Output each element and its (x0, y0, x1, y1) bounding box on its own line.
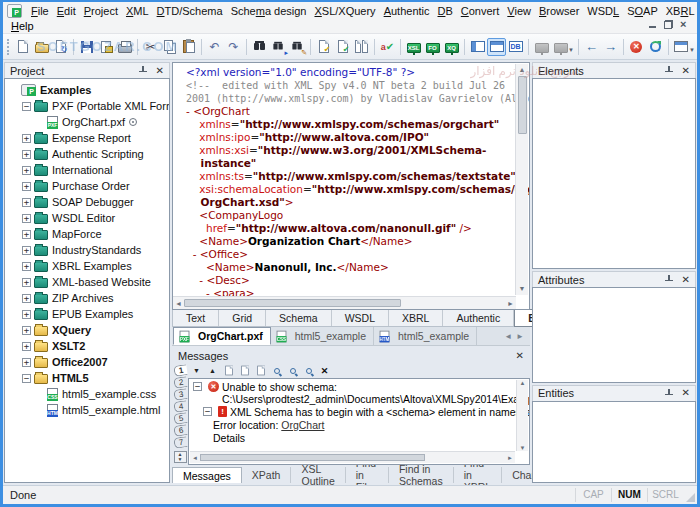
document-tab-html5-example[interactable]: html5_example (374, 327, 477, 345)
open-icon[interactable] (32, 38, 51, 56)
pin-icon[interactable] (665, 275, 674, 284)
tree-item-industrystandards[interactable]: +IndustryStandards (7, 242, 167, 258)
close-icon[interactable]: ✕ (680, 388, 692, 398)
app-icon[interactable] (7, 4, 22, 18)
redo-icon[interactable]: ↷ (224, 38, 243, 56)
split-view-icon[interactable] (468, 38, 487, 56)
close-icon[interactable]: × (680, 20, 689, 29)
view-tab-wsdl[interactable]: WSDL (332, 310, 389, 326)
expand-icon[interactable]: + (22, 262, 31, 271)
output-tab-find-in-files[interactable]: Find in Files (346, 467, 389, 483)
tree-item-office2007[interactable]: +Office2007 (7, 354, 167, 370)
validate-external-icon[interactable] (352, 38, 371, 56)
project-tree[interactable]: Examples−PXF (Portable XML Forms)OrgChar… (4, 78, 170, 483)
scroll-up-icon[interactable]: ▲ (519, 64, 526, 76)
undo-icon[interactable]: ↶ (205, 38, 224, 56)
close-icon[interactable]: ✕ (154, 66, 166, 76)
collapse-icon[interactable]: − (193, 382, 202, 391)
menu-item-schema-design[interactable]: Schema design (227, 4, 311, 18)
error-location-link[interactable]: OrgChart (281, 419, 324, 431)
refresh-icon[interactable] (646, 38, 665, 56)
xsl-fo-transform-icon[interactable] (423, 38, 442, 56)
expand-icon[interactable]: + (22, 358, 31, 367)
messages-tab-6[interactable]: 6 (173, 424, 187, 437)
tree-item-international[interactable]: +International (7, 162, 167, 178)
menu-item-authentic[interactable]: Authentic (380, 4, 434, 18)
stop-icon[interactable] (627, 38, 646, 56)
expand-icon[interactable]: + (22, 214, 31, 223)
menu-item-xsl-xquery[interactable]: XSL/XQuery (310, 4, 379, 18)
restore-icon[interactable] (664, 20, 673, 29)
scroll-left-icon[interactable]: ◄ (175, 300, 182, 307)
fold-toggle[interactable]: - (186, 248, 200, 260)
clear-icon[interactable]: ✕ (318, 365, 331, 377)
menu-item-view[interactable]: View (503, 4, 535, 18)
find-next-icon[interactable]: ▸ (269, 38, 288, 56)
expand-icon[interactable]: + (22, 230, 31, 239)
messages-tree[interactable]: −✕Unable to show schema:C:\Users\prodtes… (188, 378, 530, 465)
menu-item-edit[interactable]: Edit (53, 4, 80, 18)
tree-item-pxf-portable-xml-forms-[interactable]: −PXF (Portable XML Forms) (7, 98, 167, 114)
attributes-panel-titlebar[interactable]: Attributes ✕ (532, 271, 696, 287)
output-tab-xsl-outline[interactable]: XSL Outline (291, 467, 345, 483)
tree-item-orgchart-pxf[interactable]: OrgChart.pxf (7, 114, 167, 130)
output-tab-messages[interactable]: Messages (172, 467, 242, 483)
next-message-icon[interactable]: ▼ (190, 365, 203, 377)
paste-icon[interactable] (179, 38, 198, 56)
elements-panel-titlebar[interactable]: Elements ✕ (532, 62, 696, 78)
message-row[interactable]: −!XML Schema has to begin with a <schema… (203, 406, 515, 418)
forward-icon[interactable]: → (601, 38, 620, 56)
menu-item-convert[interactable]: Convert (457, 4, 504, 18)
tree-item-html5[interactable]: −HTML5 (7, 370, 167, 386)
tree-item-xml-based-website[interactable]: +XML-based Website (7, 274, 167, 290)
scroll-down-icon[interactable]: ▼ (520, 445, 526, 451)
menu-item-db[interactable]: DB (434, 4, 457, 18)
scroll-left-icon[interactable]: ◄ (192, 455, 198, 461)
save-icon[interactable] (77, 38, 96, 56)
scroll-up-icon[interactable]: ▲ (520, 380, 526, 386)
project-panel-titlebar[interactable]: Project ✕ (4, 62, 170, 78)
resize-grip[interactable] (683, 486, 697, 504)
filter-info-icon[interactable] (302, 365, 315, 377)
xquery-execute-icon[interactable] (442, 38, 461, 56)
toolbar-grip[interactable] (7, 39, 9, 55)
horizontal-scrollbar[interactable]: ◄ ► (190, 451, 515, 463)
menu-item-xbrl[interactable]: XBRL (662, 4, 697, 18)
expand-icon[interactable]: + (22, 342, 31, 351)
message-row[interactable]: Details (213, 432, 515, 444)
grid-view-icon[interactable] (551, 38, 570, 56)
tab-scroll-right-icon[interactable]: ► (516, 332, 524, 341)
pin-icon[interactable] (139, 66, 148, 75)
menu-item-project[interactable]: Project (80, 4, 122, 18)
view-tab-grid[interactable]: Grid (219, 310, 266, 326)
messages-tab-5[interactable]: 5 (173, 412, 187, 425)
check-wellformed-icon[interactable]: ✔ (314, 38, 333, 56)
view-tab-xbrl[interactable]: XBRL (389, 310, 443, 326)
expand-icon[interactable]: + (22, 198, 31, 207)
close-icon[interactable]: ✕ (680, 275, 692, 285)
validate-icon[interactable]: ✔ (333, 38, 352, 56)
scroll-right-icon[interactable]: ► (507, 300, 514, 307)
collapse-icon[interactable]: − (203, 407, 212, 416)
messages-tab-1[interactable]: 1 (173, 364, 187, 377)
menu-item-dtd-schema[interactable]: DTD/Schema (153, 4, 227, 18)
filter-warnings-icon[interactable] (286, 365, 299, 377)
view-tab-authentic[interactable]: Authentic (443, 310, 514, 326)
messages-tab-7[interactable]: 7 (173, 436, 187, 449)
vertical-scrollbar[interactable]: ▲ ▼ (516, 380, 528, 451)
fold-toggle[interactable]: - (186, 287, 213, 296)
print-icon[interactable] (115, 38, 134, 56)
attributes-list[interactable] (532, 287, 696, 382)
menu-item-wsdl[interactable]: WSDL (583, 4, 623, 18)
scroll-down-icon[interactable]: ▼ (519, 283, 526, 295)
fold-toggle[interactable]: - (186, 274, 206, 286)
scrollbar-thumb[interactable] (518, 76, 527, 134)
pin-icon[interactable] (665, 389, 674, 398)
close-icon[interactable]: ✕ (514, 351, 526, 361)
expand-icon[interactable]: + (22, 246, 31, 255)
expand-icon[interactable]: + (22, 326, 31, 335)
message-row[interactable]: Error location: OrgChart (213, 419, 515, 431)
code-editor[interactable]: <?xml version="1.0" encoding="UTF-8" ?><… (172, 62, 530, 310)
tab-scroll-widget[interactable]: ▲▼ (174, 451, 187, 463)
tree-item-wsdl-editor[interactable]: +WSDL Editor (7, 210, 167, 226)
